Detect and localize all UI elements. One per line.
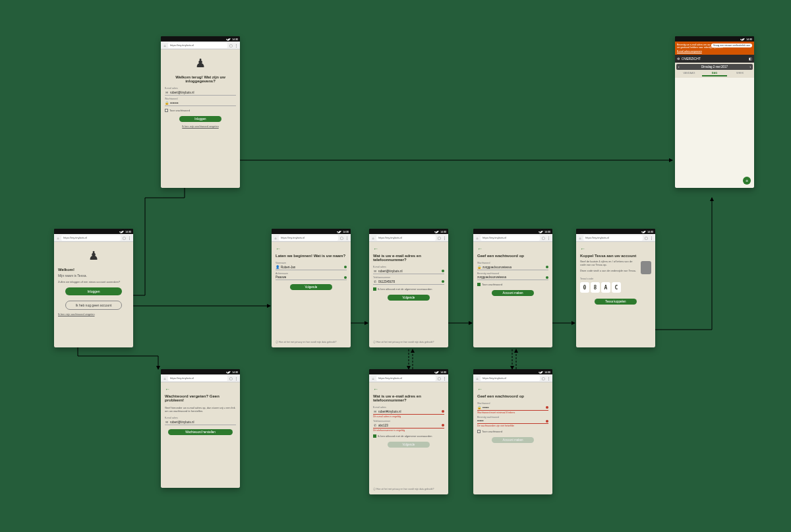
tabs-icon[interactable]: ▢ (644, 236, 648, 240)
firstname-field[interactable]: 👤Robert-Jan (276, 264, 347, 270)
menu-icon[interactable]: ⋮ (442, 236, 446, 240)
add-fab[interactable]: + (743, 177, 751, 185)
lastname-field[interactable]: Paauwe (276, 275, 347, 280)
url-bar[interactable]: https://my.tinybots.nl (376, 235, 436, 241)
privacy-link[interactable]: ⓘ Hoe zit het met privacy en hoe wordt m… (373, 488, 444, 490)
next-day-icon[interactable]: › (750, 65, 751, 69)
home-icon[interactable]: ⌂ (163, 44, 167, 47)
lock-icon: 🔒 (477, 405, 481, 409)
code-label: Tessa's code (580, 278, 651, 280)
url-bar[interactable]: https://my.tinybots.nl (376, 376, 436, 381)
home-icon[interactable]: ⌂ (371, 376, 375, 380)
url-bar[interactable]: https://my.tinybots.nl (481, 376, 540, 381)
terms-checkbox[interactable]: Ik ben akkoord met de algemene voorwaard… (373, 434, 444, 438)
menu-icon[interactable]: ⋮ (546, 236, 550, 240)
url-bar[interactable]: https://my.tinybots.nl (168, 43, 227, 48)
login-button[interactable]: Inloggen (65, 287, 122, 295)
menu-icon[interactable]: ⋮ (234, 44, 238, 47)
date-nav[interactable]: ‹ Dinsdag 2 mei 2017 › (676, 64, 753, 70)
back-icon[interactable]: ← (373, 386, 444, 392)
forgot-link[interactable]: Ik ben mijn wachtwoord vergeten (58, 313, 129, 316)
url-bar[interactable]: https://my.tinybots.nl (168, 376, 227, 381)
menu-icon[interactable]: ⋮ (442, 376, 446, 380)
tab-week[interactable]: WEEK (727, 71, 753, 76)
show-password-checkbox[interactable]: Toon wachtwoord (165, 109, 236, 112)
password-field[interactable]: 🔒zorggoedvooruwtessa (477, 264, 548, 270)
url-bar[interactable]: https://my.tinybots.nl (583, 235, 643, 241)
flag-icon[interactable]: ◧ (749, 57, 752, 61)
forgot-link[interactable]: Ik ben mijn wachtwoord vergeten (165, 125, 236, 128)
browser-chrome: ⌂ https://my.tinybots.nl ▢ ⋮ (473, 374, 552, 382)
screen-email: ▾◢◤14:30 ⌂ https://my.tinybots.nl ▢ ⋮ ← … (369, 229, 448, 347)
show-password-checkbox[interactable]: Toon wachtwoord (477, 283, 548, 286)
name-title: Laten we beginnen! Wat is uw naam? (276, 254, 347, 258)
menu-icon[interactable]: ⋮ (234, 376, 238, 380)
home-icon[interactable]: ⌂ (475, 376, 479, 380)
tab-today[interactable]: VANDAAG (676, 71, 702, 76)
url-bar[interactable]: https://my.tinybots.nl (481, 235, 540, 241)
menu-icon[interactable]: ⋮ (546, 376, 550, 380)
next-button[interactable]: Volgende (388, 295, 430, 301)
status-bar: ▾◢◤14:30 (369, 229, 448, 234)
url-bar[interactable]: https://my.tinybots.nl (61, 235, 121, 241)
phone-field[interactable]: ✆0612345678 (373, 279, 444, 285)
pair-button[interactable]: Tessa koppelen (595, 299, 637, 305)
tabs-icon[interactable]: ▢ (541, 236, 545, 240)
tabs-icon[interactable]: ▢ (229, 376, 233, 380)
url-bar[interactable]: https://my.tinybots.nl (279, 235, 338, 241)
menu-icon[interactable]: ⚙ (677, 57, 680, 61)
email-field[interactable]: ✉robert@tinybots.nl (165, 90, 236, 96)
privacy-link[interactable]: ⓘ Hoe zit het met privacy en hoe wordt m… (276, 341, 347, 343)
menu-icon[interactable]: ⋮ (127, 236, 131, 240)
person-icon: 👤 (276, 265, 279, 269)
tab-day[interactable]: DAG (702, 71, 728, 76)
change-email-link[interactable]: E-mail adres aanpassen (677, 50, 752, 53)
status-bar: ▾◢◤14:30 (369, 369, 448, 374)
phone-field[interactable]: ✆abc123 (373, 423, 444, 429)
browser-chrome: ⌂ https://my.tinybots.nl ▢ ⋮ (369, 234, 448, 242)
home-icon[interactable]: ⌂ (475, 236, 479, 240)
email-field[interactable]: ✉robert#tinybots.nl (373, 409, 444, 415)
pair-body: Geef de laatste 4 cijfers en / of letter… (580, 260, 639, 266)
home-icon[interactable]: ⌂ (163, 376, 167, 380)
next-button[interactable]: Volgende (290, 284, 333, 290)
email-field[interactable]: ✉robert@tinybots.nl (165, 419, 236, 425)
privacy-link[interactable]: ⓘ Hoe zit het met privacy en hoe wordt m… (373, 341, 444, 343)
no-account-button[interactable]: Ik heb nog geen account (65, 301, 122, 310)
menu-icon[interactable]: ⋮ (649, 236, 653, 240)
back-icon[interactable]: ← (580, 246, 651, 252)
back-icon[interactable]: ← (276, 246, 347, 252)
password-field[interactable]: 🔒•••••••• (165, 100, 236, 106)
back-icon[interactable]: ← (165, 386, 236, 392)
next-button: Volgende (388, 442, 430, 448)
tabs-icon[interactable]: ▢ (122, 236, 126, 240)
password-field[interactable]: 🔒•••••• (477, 405, 548, 411)
browser-chrome: ⌂ https://my.tinybots.nl ▢ ⋮ (473, 234, 552, 242)
prev-day-icon[interactable]: ‹ (678, 65, 680, 69)
home-icon[interactable]: ⌂ (274, 236, 278, 240)
back-icon[interactable]: ← (373, 246, 444, 252)
create-account-button[interactable]: Account maken (492, 290, 535, 296)
home-icon[interactable]: ⌂ (56, 236, 60, 240)
menu-icon[interactable]: ⋮ (345, 236, 349, 240)
screen-password-error: ▾◢◤14:30 ⌂ https://my.tinybots.nl ▢ ⋮ ← … (473, 369, 552, 494)
email-field[interactable]: ✉robert@tinybots.nl (373, 268, 444, 274)
tabs-icon[interactable]: ▢ (541, 376, 545, 380)
tabs-icon[interactable]: ▢ (339, 236, 343, 240)
confirm-password-field[interactable]: •••••• (477, 419, 548, 424)
show-password-checkbox[interactable]: Toon wachtwoord (477, 430, 548, 433)
resend-link-pill[interactable]: Vraag een nieuwe verificatielink aan (711, 44, 752, 47)
login-button[interactable]: Inloggen (179, 116, 222, 122)
terms-checkbox[interactable]: Ik ben akkoord met de algemene voorwaard… (373, 287, 444, 291)
tabs-icon[interactable]: ▢ (437, 236, 441, 240)
tabs-icon[interactable]: ▢ (437, 376, 441, 380)
home-icon[interactable]: ⌂ (371, 236, 375, 240)
reset-button[interactable]: Wachtwoord herstellen (168, 429, 232, 435)
tabs-icon[interactable]: ▢ (229, 44, 233, 47)
code-input[interactable]: 0 8 A C (580, 282, 651, 293)
confirm-password-field[interactable]: zorggoedvooruwtessa (477, 275, 548, 280)
back-icon[interactable]: ← (477, 386, 548, 392)
home-icon[interactable]: ⌂ (578, 236, 582, 240)
back-icon[interactable]: ← (477, 246, 548, 252)
status-bar: ▾◢◤14:30 (473, 369, 552, 374)
